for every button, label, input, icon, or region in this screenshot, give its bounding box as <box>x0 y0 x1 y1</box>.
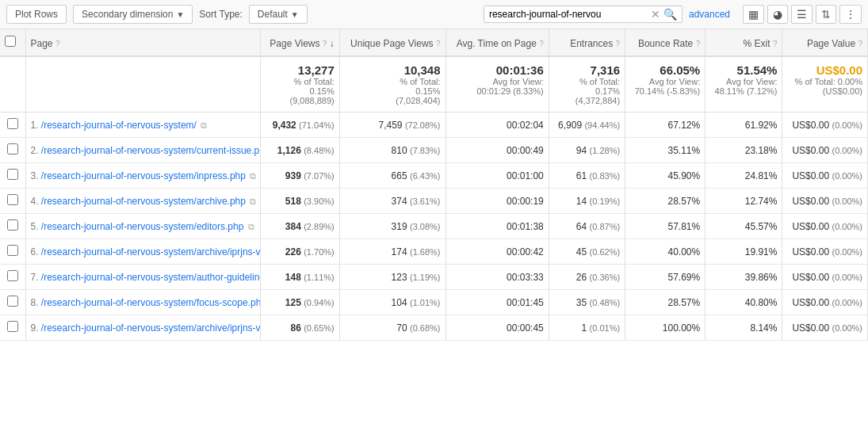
pie-view-button[interactable]: ◕ <box>767 5 788 24</box>
row-entrances-cell: 6,909 (94.44%) <box>549 113 625 138</box>
row-checkbox[interactable] <box>7 296 18 307</box>
row-number: 3. <box>31 170 39 181</box>
row-pct-exit-cell: 39.86% <box>705 265 782 290</box>
row-page-value-cell: US$0.00 (0.00%) <box>782 189 868 214</box>
unique-views-value: 7,459 <box>379 120 403 131</box>
row-unique-views-cell: 104 (1.01%) <box>339 290 445 315</box>
summary-page-value-sub2: (US$0.00) <box>787 86 862 96</box>
comparison-view-button[interactable]: ⇅ <box>816 5 836 24</box>
unique-views-pct: (3.61%) <box>410 196 441 206</box>
unique-views-value: 70 <box>396 322 407 334</box>
clear-search-icon[interactable]: ✕ <box>651 8 660 21</box>
list-view-button[interactable]: ☰ <box>791 5 813 24</box>
row-avg-time-cell: 00:01:38 <box>445 214 549 239</box>
avg-time-help-icon[interactable]: ? <box>539 40 544 48</box>
row-checkbox[interactable] <box>7 219 18 231</box>
page-link[interactable]: /research-journal-of-nervous-system/inpr… <box>41 170 246 181</box>
advanced-link[interactable]: advanced <box>689 9 730 20</box>
row-checkbox-cell <box>0 214 25 239</box>
avg-time-label: Avg. Time on Page <box>457 38 537 49</box>
unique-pageviews-help-icon[interactable]: ? <box>436 40 441 48</box>
row-checkbox[interactable] <box>7 245 18 256</box>
pct-exit-help-icon[interactable]: ? <box>773 40 778 48</box>
row-checkbox[interactable] <box>7 118 18 129</box>
external-link-icon[interactable]: ⧉ <box>201 120 207 130</box>
pageviews-pct: (71.04%) <box>299 120 335 130</box>
summary-pageviews-sub3: (9,088,889) <box>266 96 335 105</box>
row-entrances-cell: 14 (0.19%) <box>549 189 625 214</box>
entrances-help-icon[interactable]: ? <box>616 40 621 48</box>
page-link[interactable]: /research-journal-of-nervous-system/arch… <box>41 246 260 257</box>
sort-default-dropdown[interactable]: Default ▼ <box>249 5 308 24</box>
unique-views-pct: (1.19%) <box>410 273 441 282</box>
summary-entrances-main: 7,316 <box>554 63 620 77</box>
unique-views-pct: (1.01%) <box>410 298 441 307</box>
row-avg-time-cell: 00:02:04 <box>445 113 549 138</box>
secondary-dimension-dropdown[interactable]: Secondary dimension ▼ <box>73 5 193 24</box>
page-help-icon[interactable]: ? <box>55 40 60 48</box>
pageviews-help-icon[interactable]: ? <box>323 40 327 48</box>
row-checkbox[interactable] <box>7 194 18 205</box>
external-link-icon[interactable]: ⧉ <box>250 196 256 206</box>
plot-rows-button[interactable]: Plot Rows <box>6 5 67 24</box>
row-page-cell: 7. /research-journal-of-nervous-system/a… <box>25 265 260 290</box>
search-button[interactable]: 🔍 <box>663 8 677 21</box>
summary-avg-time-main: 00:01:36 <box>451 63 544 77</box>
summary-checkbox-cell <box>0 56 25 113</box>
pageviews-value: 384 <box>285 221 301 232</box>
row-number: 4. <box>31 196 39 207</box>
search-input[interactable] <box>489 9 648 20</box>
row-page-cell: 2. /research-journal-of-nervous-system/c… <box>25 138 260 163</box>
avg-time-value: 00:00:45 <box>507 322 544 334</box>
page-link[interactable]: /research-journal-of-nervous-system/arch… <box>41 196 246 207</box>
row-bounce-rate-cell: 28.57% <box>625 189 705 214</box>
pct-exit-value: 40.80% <box>745 297 778 308</box>
bounce-rate-value: 57.81% <box>668 221 701 232</box>
row-avg-time-cell: 00:01:00 <box>445 163 549 189</box>
sparkline-view-button[interactable]: ⋮ <box>839 5 862 24</box>
external-link-icon[interactable]: ⧉ <box>248 222 254 231</box>
row-pct-exit-cell: 45.57% <box>705 214 782 239</box>
page-link[interactable]: /research-journal-of-nervous-system/ <box>41 120 197 131</box>
entrances-label: Entrances <box>570 38 613 49</box>
page-link[interactable]: /research-journal-of-nervous-system/auth… <box>41 272 260 283</box>
summary-page-value-main: US$0.00 <box>787 63 862 77</box>
bounce-rate-value: 28.57% <box>668 196 701 207</box>
page-link[interactable]: /research-journal-of-nervous-system/curr… <box>41 145 260 156</box>
pageviews-pct: (3.90%) <box>304 196 335 206</box>
entrances-pct: (94.44%) <box>584 120 620 130</box>
row-pct-exit-cell: 8.14% <box>705 315 782 341</box>
external-link-icon[interactable]: ⧉ <box>250 171 256 181</box>
entrances-pct: (1.28%) <box>590 146 621 155</box>
bounce-rate-label: Bounce Rate <box>638 38 693 49</box>
sort-default-label: Default <box>258 9 288 20</box>
entrances-value: 61 <box>576 170 587 181</box>
row-checkbox[interactable] <box>7 321 18 332</box>
unique-views-value: 174 <box>392 246 407 257</box>
row-unique-views-cell: 319 (3.08%) <box>339 214 445 239</box>
page-link[interactable]: /research-journal-of-nervous-system/focu… <box>41 297 260 308</box>
row-pageviews-cell: 9,432 (71.04%) <box>260 113 339 138</box>
row-checkbox[interactable] <box>7 169 18 180</box>
page-link[interactable]: /research-journal-of-nervous-system/edit… <box>41 221 243 232</box>
row-number: 8. <box>31 297 39 308</box>
summary-unique-views-sub1: % of Total: <box>345 77 441 86</box>
page-value-help-icon[interactable]: ? <box>858 40 862 48</box>
row-bounce-rate-cell: 35.11% <box>625 138 705 163</box>
row-bounce-rate-cell: 57.69% <box>625 265 705 290</box>
row-page-value-cell: US$0.00 (0.00%) <box>782 163 868 189</box>
page-value-label: Page Value <box>807 38 855 49</box>
unique-views-pct: (6.43%) <box>410 171 441 181</box>
page-value-value: US$0.00 <box>792 196 829 207</box>
page-value-pct: (0.00%) <box>832 323 862 333</box>
select-all-checkbox[interactable] <box>5 36 16 47</box>
page-link[interactable]: /research-journal-of-nervous-system/arch… <box>41 322 260 334</box>
row-checkbox[interactable] <box>7 270 18 281</box>
row-entrances-cell: 45 (0.62%) <box>549 239 625 265</box>
grid-view-button[interactable]: ▦ <box>743 5 764 24</box>
view-icons: ▦ ◕ ☰ ⇅ ⋮ <box>743 5 862 24</box>
row-page-cell: 6. /research-journal-of-nervous-system/a… <box>25 239 260 265</box>
bounce-rate-help-icon[interactable]: ? <box>696 40 701 48</box>
row-checkbox[interactable] <box>7 143 18 154</box>
page-value-pct: (0.00%) <box>832 247 862 257</box>
